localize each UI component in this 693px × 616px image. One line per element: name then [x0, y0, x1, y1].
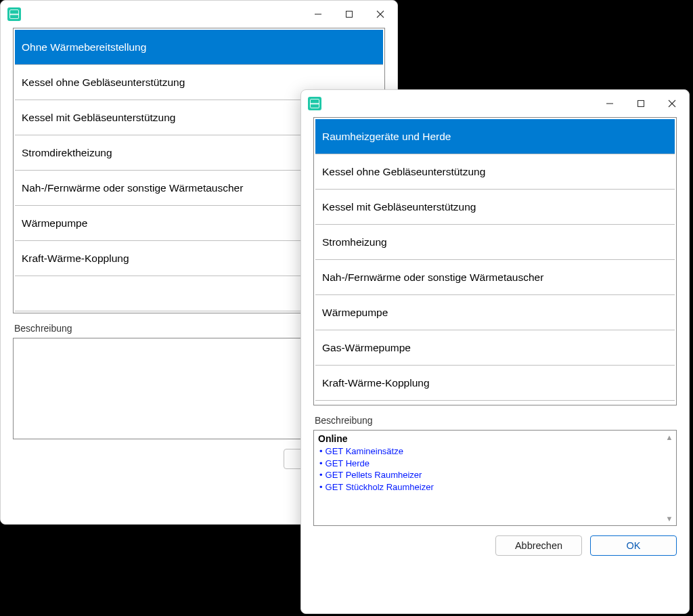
bullet-icon: • — [319, 445, 323, 458]
list-item[interactable]: Stromheizung — [315, 225, 675, 260]
description-link-row: • GET Kamineinsätze — [318, 445, 672, 458]
maximize-icon — [637, 100, 645, 108]
description-link[interactable]: GET Stückholz Raumheizer — [326, 481, 434, 493]
cancel-button[interactable]: Abbrechen — [495, 535, 582, 556]
list-item[interactable]: Raumheizgeräte und Herde — [315, 119, 675, 154]
description-heading: Online — [318, 433, 672, 444]
scroll-down-icon[interactable]: ▼ — [664, 513, 675, 524]
ok-button[interactable]: OK — [590, 535, 677, 556]
titlebar[interactable] — [1, 1, 397, 28]
description-box[interactable]: Online • GET Kamineinsätze • GET Herde •… — [313, 430, 677, 526]
list-item-label: Wärmepumpe — [22, 217, 87, 229]
description-link-row: • GET Pellets Raumheizer — [318, 469, 672, 481]
svg-rect-5 — [638, 101, 644, 107]
minimize-icon — [314, 10, 322, 18]
minimize-button[interactable] — [594, 91, 625, 116]
list-item[interactable]: Nah-/Fernwärme oder sonstige Wärmetausch… — [315, 260, 675, 295]
description-label: Beschreibung — [315, 415, 677, 426]
list-item-label: Kessel ohne Gebläseunterstützung — [22, 76, 185, 89]
minimize-button[interactable] — [303, 1, 334, 27]
bullet-icon: • — [319, 458, 323, 470]
description-link[interactable]: GET Herde — [326, 458, 370, 470]
close-button[interactable] — [656, 91, 688, 116]
description-link-row: • GET Herde — [318, 458, 672, 470]
list-item-label: Kessel mit Gebläseunterstützung — [322, 201, 476, 213]
scroll-up-icon[interactable]: ▲ — [664, 432, 675, 443]
heating-type-listbox[interactable]: Raumheizgeräte und Herde Kessel ohne Geb… — [313, 117, 677, 405]
bullet-icon: • — [319, 481, 323, 493]
close-icon — [668, 100, 676, 108]
app-icon — [7, 7, 21, 21]
description-link[interactable]: GET Pellets Raumheizer — [326, 469, 422, 481]
dialog-heating-type-front: Raumheizgeräte und Herde Kessel ohne Geb… — [300, 89, 690, 614]
list-item-label: Stromheizung — [322, 236, 387, 248]
maximize-icon — [345, 10, 353, 18]
minimize-icon — [606, 100, 614, 108]
description-link-row: • GET Stückholz Raumheizer — [318, 481, 672, 493]
close-button[interactable] — [365, 1, 396, 27]
list-item[interactable]: Kessel ohne Gebläseunterstützung — [315, 154, 675, 190]
titlebar[interactable] — [301, 90, 689, 117]
svg-rect-1 — [346, 12, 353, 18]
list-item[interactable]: Ohne Wärmebereitstellung — [15, 30, 383, 65]
maximize-button[interactable] — [625, 91, 656, 116]
list-item-label: Stromdirektheizung — [22, 147, 112, 159]
list-item-label: Raumheizgeräte und Herde — [322, 131, 451, 143]
list-item-label: Gas-Wärmepumpe — [322, 342, 411, 354]
list-item[interactable]: Kessel mit Gebläseunterstützung — [315, 190, 675, 225]
description-link[interactable]: GET Kamineinsätze — [326, 445, 403, 458]
list-item[interactable]: Wärmepumpe — [315, 295, 675, 330]
app-icon — [308, 97, 321, 110]
list-item-label: Kessel mit Gebläseunterstützung — [22, 112, 175, 124]
list-item-label: Kraft-Wärme-Kopplung — [322, 377, 430, 389]
list-item-label: Wärmepumpe — [322, 307, 388, 319]
list-item-label: Nah-/Fernwärme oder sonstige Wärmetausch… — [22, 182, 243, 194]
maximize-button[interactable] — [334, 1, 365, 27]
list-item-label: Kraft-Wärme-Kopplung — [22, 252, 129, 265]
bullet-icon: • — [319, 469, 323, 481]
list-item-label: Ohne Wärmebereitstellung — [22, 41, 146, 53]
list-item-label: Nah-/Fernwärme oder sonstige Wärmetausch… — [322, 271, 543, 284]
list-item[interactable]: Gas-Wärmepumpe — [315, 330, 675, 366]
list-item[interactable]: Kraft-Wärme-Kopplung — [315, 366, 675, 401]
list-item-label: Kessel ohne Gebläseunterstützung — [322, 166, 485, 178]
close-icon — [376, 10, 384, 18]
